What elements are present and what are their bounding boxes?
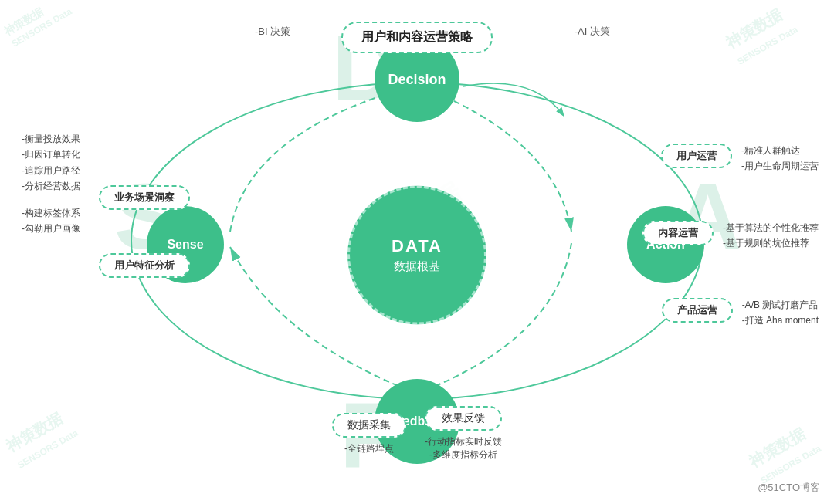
left-labels: -衡量投放效果 -归因订单转化 -追踪用户路径 -分析经营数据 -构建标签体系 … [22,131,80,236]
product-ops-box: 产品运营 [662,298,733,323]
watermark-2: 神策数据SENSORS Data [722,1,800,68]
left-box-group: 业务场景洞察 用户特征分析 [99,185,190,284]
watermark-4: 神策数据SENSORS Data [2,404,80,472]
main-container: 神策数据SENSORS Data 神策数据SENSORS Data 神策数据SE… [0,0,834,504]
effect-feedback-box: 效果反馈 [425,406,502,431]
strategy-box: 用户和内容运营策略 [341,22,493,53]
center-circle: DATA 数据根基 [348,185,486,324]
right-group-product-ops: 产品运营 -A/B 测试打磨产品 -打造 Aha moment [662,297,819,332]
right-group-content-ops: 内容运营 -基于算法的个性化推荐 -基于规则的坑位推荐 [642,220,819,255]
footer-credit: @51CTO博客 [758,481,820,495]
watermark-1: 神策数据SENSORS Data [2,0,73,49]
business-scene-box: 业务场景洞察 [99,185,190,210]
user-feature-box: 用户特征分析 [99,253,190,278]
ai-label: -AI 决策 [575,25,610,39]
data-collection-box: 数据采集 [332,413,406,438]
user-ops-box: 用户运营 [661,144,732,168]
watermark-3: 神策数据SENSORS Data [745,420,823,487]
bottom-section: 数据采集 -全链路埋点 效果反馈 -行动指标实时反馈 -多维度指标分析 [332,406,502,462]
bi-label: -BI 决策 [255,25,290,39]
content-ops-box: 内容运营 [642,221,714,245]
right-group-user-ops: 用户运营 -精准人群触达 -用户生命周期运营 [661,143,819,178]
